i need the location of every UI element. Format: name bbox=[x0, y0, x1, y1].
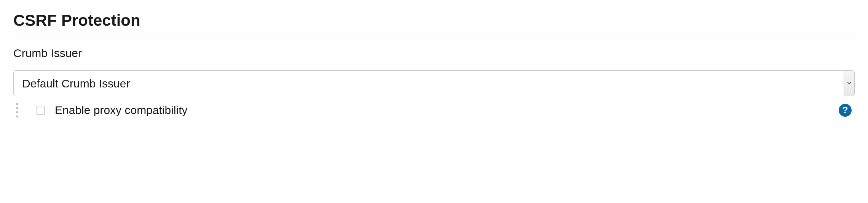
crumb-issuer-select[interactable]: Default Crumb Issuer bbox=[13, 70, 855, 96]
help-icon-symbol: ? bbox=[842, 105, 848, 116]
section-title: CSRF Protection bbox=[13, 11, 855, 35]
crumb-issuer-label: Crumb Issuer bbox=[13, 47, 855, 60]
crumb-issuer-select-wrapper: Default Crumb Issuer bbox=[13, 70, 855, 96]
proxy-compat-row: Enable proxy compatibility ? bbox=[13, 103, 855, 117]
help-icon[interactable]: ? bbox=[839, 104, 852, 117]
proxy-compat-label[interactable]: Enable proxy compatibility bbox=[55, 104, 188, 117]
drag-handle-icon[interactable] bbox=[16, 103, 18, 117]
proxy-compat-checkbox-container: Enable proxy compatibility bbox=[36, 104, 839, 117]
proxy-compat-checkbox[interactable] bbox=[36, 106, 45, 115]
